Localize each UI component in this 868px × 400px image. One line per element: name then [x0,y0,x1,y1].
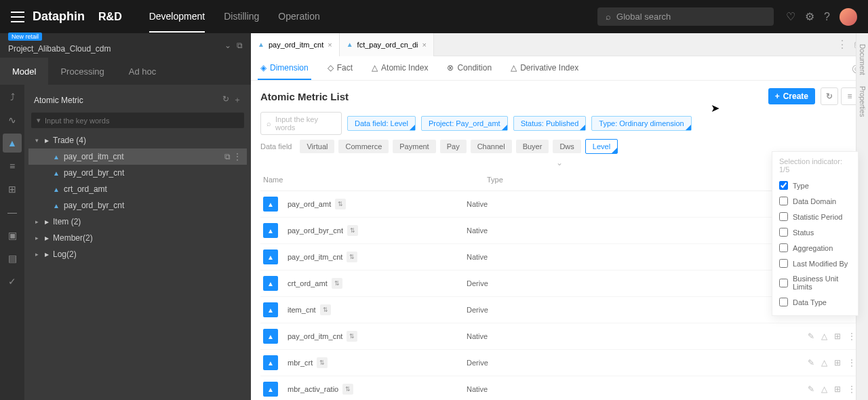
more-icon[interactable]: ⋮ [848,384,856,394]
subtab-fact[interactable]: ◇Fact [325,57,355,80]
checkbox[interactable] [779,279,788,287]
checkbox[interactable] [779,212,788,221]
selection-item[interactable]: Data Type [779,294,851,310]
chevron-down-icon[interactable]: ⌄ [224,41,231,50]
create-button[interactable]: +Create [768,88,815,104]
topnav-distilling[interactable]: Distilling [224,1,259,33]
close-icon[interactable]: × [422,41,426,49]
selection-item[interactable]: Aggregation [779,240,851,256]
lineage-icon[interactable]: ⇅ [347,252,357,262]
rail-image-icon[interactable]: ▣ [3,226,22,245]
df-chip-virtual[interactable]: Virtual [300,140,334,153]
subtab-dimension[interactable]: ◈Dimension [258,57,311,80]
edit-icon[interactable]: ✎ [808,384,814,394]
df-chip-level[interactable]: Level [585,139,618,154]
more-icon[interactable]: ⋮ [848,358,856,367]
table-row[interactable]: ▲ pay_ord_byr_cnt ⇅ Native [260,218,859,244]
more-icon[interactable]: ⋮ [848,332,856,341]
tree-node-item[interactable]: ▸▸Item (2) [28,214,247,230]
selection-item[interactable]: Last Modified By [779,256,851,271]
menu-icon[interactable] [11,12,24,22]
rail-layers-icon[interactable]: ≡ [3,157,22,176]
rail-props-tab[interactable]: Properties [859,82,866,121]
table-row[interactable]: ▲ mbr_activ_ratio ⇅ Native ✎ △ ⊞ ⋮ [260,376,859,400]
rail-check-icon[interactable]: ✓ [3,272,22,291]
filter-chip-project[interactable]: Project: Pay_ord_amt [421,116,508,131]
more-icon[interactable]: ⋮ [233,152,241,161]
bell-icon[interactable]: ♡ [786,10,795,23]
copy-icon[interactable]: ⧉ [224,152,231,161]
df-chip-dws[interactable]: Dws [553,140,580,153]
checkbox[interactable] [779,259,788,268]
filter-chip-type[interactable]: Type: Ordinary dimension [591,116,691,131]
subtab-atomic[interactable]: △Atomic Index [369,57,431,80]
df-chip-pay[interactable]: Pay [440,140,467,153]
tree-item[interactable]: ▲pay_ord_byr_cnt [28,165,247,181]
warning-icon[interactable]: △ [821,384,827,394]
tab-processing[interactable]: Processing [48,58,116,85]
lineage-icon[interactable]: ⇅ [347,331,357,342]
warning-icon[interactable]: △ [821,332,827,341]
lineage-icon[interactable]: ⇅ [342,384,353,395]
rail-flow-icon[interactable]: ⤴ [3,87,22,106]
checkbox[interactable] [779,197,788,205]
project-selector[interactable]: New retail Project_Alibaba_Cloud_cdm ⌄ ⧉ [0,33,251,58]
graph-icon[interactable]: ⊞ [834,358,841,367]
df-chip-channel[interactable]: Channel [471,140,512,153]
table-row[interactable]: ▲ pay_ord_amt ⇅ Native [260,191,859,218]
selection-item[interactable]: Business Unit Limits [779,271,851,294]
lineage-icon[interactable]: ⇅ [347,225,358,236]
tree-item-pay-ord-itm-cnt[interactable]: ▲ pay_ord_itm_cnt ⧉ ⋮ [28,148,247,165]
checkbox[interactable] [779,181,788,190]
subtab-condition[interactable]: ⊗Condition [444,57,494,80]
close-icon[interactable]: × [328,41,332,49]
tree-search-input[interactable]: ▾ Input the key words [31,113,244,128]
filter-search-input[interactable]: ⌕Input the key words [260,112,342,135]
expand-toggle[interactable]: ⌄ [260,157,859,169]
filter-chip-status[interactable]: Status: Published [513,116,587,131]
selection-item[interactable]: Data Domain [779,193,851,209]
graph-icon[interactable]: ⊞ [834,332,841,341]
lineage-icon[interactable]: ⇅ [320,304,331,315]
table-row[interactable]: ▲ item_cnt ⇅ Derive ✎ △ ⊞ ⋮ [260,297,859,323]
selection-item[interactable]: Statistic Period [779,209,851,224]
tree-item[interactable]: ▲crt_ord_amt [28,181,247,197]
file-tab[interactable]: ▲ pay_ord_itm_cnt × [251,33,340,56]
refresh-icon[interactable]: ↻ [222,94,229,106]
selection-item[interactable]: Status [779,224,851,240]
table-row[interactable]: ▲ mbr_crt ⇅ Derive ✎ △ ⊞ ⋮ [260,350,859,376]
avatar[interactable] [840,8,857,26]
topnav-operation[interactable]: Operation [278,1,319,33]
lineage-icon[interactable]: ⇅ [335,199,346,209]
tab-adhoc[interactable]: Ad hoc [117,58,168,85]
rail-doc-tab[interactable]: Document [859,40,866,79]
add-icon[interactable]: ＋ [233,94,241,106]
copy-icon[interactable]: ⧉ [237,41,243,50]
topnav-development[interactable]: Development [149,1,205,33]
gear-icon[interactable]: ⚙ [805,10,814,23]
df-chip-buyer[interactable]: Buyer [516,140,549,153]
tree-node-trade[interactable]: ▾ ▸ Trade (4) [28,132,247,148]
checkbox[interactable] [779,298,788,306]
checkbox[interactable] [779,243,788,252]
checkbox[interactable] [779,228,788,237]
table-row[interactable]: ▲ pay_ord_itm_cnt ⇅ Native ✎ △ ⊞ ⋮ [260,323,859,350]
rail-metric-icon[interactable]: ▲ [3,134,22,153]
graph-icon[interactable]: ⊞ [834,384,841,394]
table-row[interactable]: ▲ pay_ord_itm_cnt ⇅ Native [260,244,859,271]
warning-icon[interactable]: △ [821,358,827,367]
lineage-icon[interactable]: ⇅ [332,278,342,289]
tree-node-member[interactable]: ▸▸Member(2) [28,230,247,246]
tree-item[interactable]: ▲pay_ord_byr_cnt [28,197,247,214]
table-row[interactable]: ▲ crt_ord_amt ⇅ Derive ✎ △ ⊞ ⋮ [260,271,859,297]
tree-node-log[interactable]: ▸▸Log(2) [28,246,247,262]
lineage-icon[interactable]: ⇅ [317,357,328,368]
help-icon[interactable]: ? [824,11,830,23]
df-chip-payment[interactable]: Payment [393,140,435,153]
edit-icon[interactable]: ✎ [808,332,814,341]
file-tab[interactable]: ▲ fct_pay_ord_cn_di × [340,33,434,56]
refresh-button[interactable]: ↻ [821,87,838,105]
more-icon[interactable]: ⋮ [837,38,848,51]
selection-item[interactable]: Type [779,178,851,193]
rail-doc-icon[interactable]: ▤ [3,249,22,268]
